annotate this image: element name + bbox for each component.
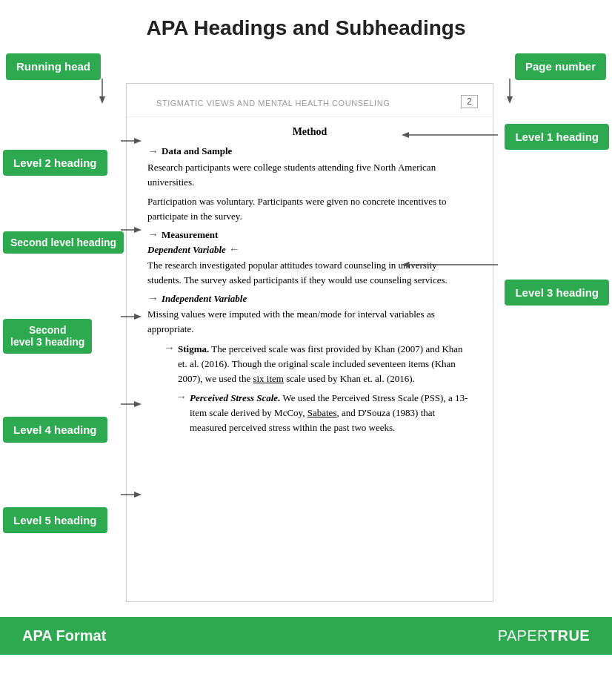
para2: Participation was voluntary. Participant… [147,194,472,224]
level3-second-heading: Independent Variable [162,293,247,305]
level5-label-box: Level 5 heading [3,507,107,534]
second-level2-label: Second level heading [3,231,124,254]
level2-label: Level 2 heading [3,150,107,176]
page-wrapper: APA Headings and Subheadings Running hea… [0,0,612,655]
second-level3-label: Secondlevel 3 heading [3,319,92,354]
page-number-label: Page number [515,53,606,80]
level3-arrow-icon: ← [229,243,240,256]
page-title: APA Headings and Subheadings [0,0,612,53]
para6-level5: Perceived Stress Scale. We used the Perc… [190,391,472,435]
level4-label-box: Level 4 heading [3,417,107,443]
page-number-text: 2 [461,95,478,108]
para4: Missing values were imputed with the mea… [147,307,472,337]
running-head-label: Running head [6,53,101,80]
para1: Research participants were college stude… [147,160,472,190]
doc-panel: STIGMATIC VIEWS AND MENTAL HEALTH COUNSE… [126,83,493,602]
level4-heading: Stigma. [178,343,209,354]
second-level2-label-box: Second level heading [3,231,124,254]
diagram-inner: Level 2 heading Second level heading Sec… [0,83,612,602]
level5-label: Level 5 heading [3,507,107,534]
para5-level4: Stigma. The perceived scale was first pr… [178,342,472,386]
level2-arrow-icon: → [147,145,159,158]
level3-heading: Dependent Variable [147,244,226,256]
footer: APA Format PAPERTRUE [0,617,612,655]
page-number-label-col: Page number [493,53,612,83]
level1-label: Level 1 heading [505,124,609,151]
level1-heading: Method [147,126,472,138]
para3: The research investigated popular attitu… [147,258,472,288]
level5-heading: Perceived Stress Scale. [190,392,280,403]
level3-label: Level 3 heading [505,280,609,306]
second-level3-label-box: Secondlevel 3 heading [3,319,92,354]
level4-arrow-icon: → [164,342,175,354]
level4-label: Level 4 heading [3,417,107,443]
footer-right-normal: PAPER [498,627,548,644]
right-labels-col: Level 1 heading Level 3 heading [493,83,612,602]
level2-heading: Data and Sample [162,145,232,157]
level5-arrow-icon: → [176,391,187,403]
footer-right: PAPERTRUE [498,627,590,644]
footer-left: APA Format [22,627,106,644]
footer-right-bold: TRUE [548,627,590,644]
diagram-container: Running head Page number Level 2 heading… [0,53,612,610]
level3-label-box: Level 3 heading [505,280,609,306]
running-head-label-col: Running head [0,53,126,83]
level1-label-box: Level 1 heading [505,124,609,151]
level2-second-heading: Measurement [162,229,218,241]
level2-label-box: Level 2 heading [3,150,107,176]
level3-second-arrow-icon: → [147,292,159,305]
para5-text: The perceived scale was first provided b… [178,343,463,384]
doc-body: Method → Data and Sample Research partic… [127,117,493,473]
level2-second-arrow-icon: → [147,228,159,241]
left-labels-col: Level 2 heading Second level heading Sec… [0,83,126,602]
running-head-text: STIGMATIC VIEWS AND MENTAL HEALTH COUNSE… [142,91,405,112]
